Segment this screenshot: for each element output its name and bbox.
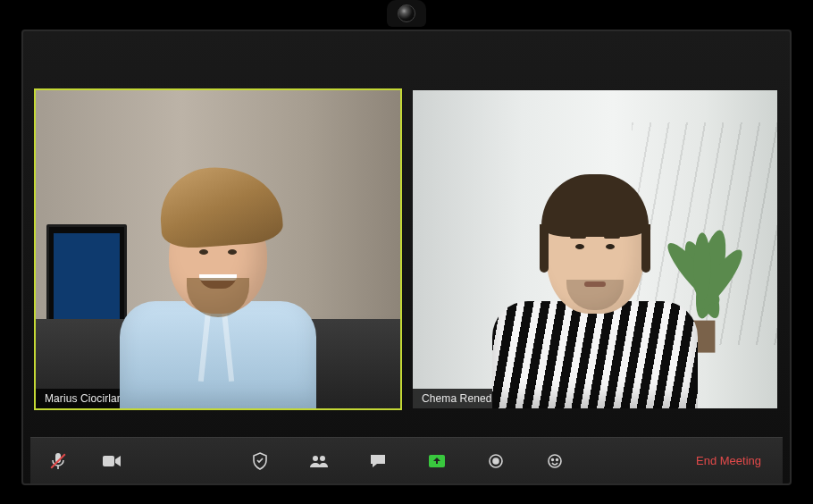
svg-point-16: [556, 458, 557, 460]
participant-avatar-2: [460, 103, 730, 408]
meeting-toolbar: End Meeting: [30, 437, 783, 483]
reactions-button[interactable]: [543, 449, 566, 473]
webcam-lens-icon: [398, 4, 415, 22]
monitor-frame: Marius Ciocirlan: [21, 29, 792, 485]
reactions-icon: [547, 453, 563, 469]
webcam-housing: [387, 0, 426, 27]
svg-point-9: [313, 456, 318, 461]
mute-button[interactable]: [46, 449, 70, 473]
participant-name-label: Marius Ciocirlan: [36, 389, 132, 408]
svg-point-13: [493, 458, 499, 464]
participants-button[interactable]: [307, 449, 331, 473]
svg-rect-6: [55, 453, 61, 463]
participant-tile-1[interactable]: Marius Ciocirlan: [34, 88, 402, 410]
share-screen-button[interactable]: [425, 449, 448, 473]
chat-icon: [369, 453, 387, 469]
svg-point-10: [320, 456, 325, 461]
participant-avatar-1: [80, 103, 356, 408]
mic-muted-icon: [50, 452, 66, 470]
security-button[interactable]: [248, 449, 272, 473]
video-grid: Marius Ciocirlan: [30, 38, 783, 437]
participants-icon: [309, 454, 329, 468]
svg-point-15: [551, 458, 553, 460]
end-meeting-button[interactable]: End Meeting: [691, 450, 767, 471]
record-icon: [488, 453, 504, 469]
video-button[interactable]: [100, 449, 123, 473]
video-icon: [102, 454, 122, 468]
chat-button[interactable]: [366, 449, 390, 473]
participant-tile-2[interactable]: Chema Renedo: [411, 88, 779, 410]
toolbar-left-group: [46, 449, 123, 473]
record-button[interactable]: [484, 449, 507, 473]
participant-video-2: [413, 90, 777, 408]
participant-video-1: [36, 90, 400, 408]
svg-point-14: [549, 455, 561, 467]
share-screen-icon: [428, 453, 446, 469]
toolbar-center-group: [248, 449, 566, 473]
shield-icon: [252, 452, 268, 470]
svg-rect-8: [103, 456, 114, 466]
